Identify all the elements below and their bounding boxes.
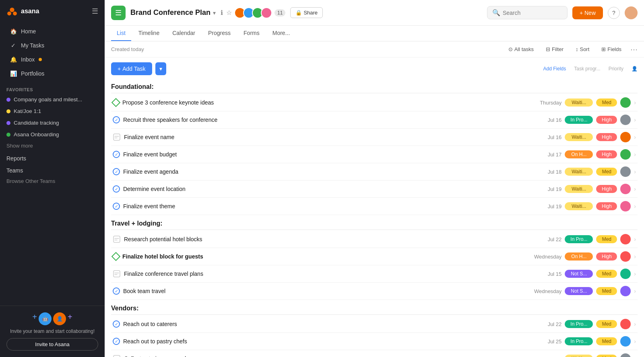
status-badge[interactable]: In Pro... [565,320,593,328]
sidebar-item-inbox[interactable]: 🔔 Inbox [3,53,101,66]
status-badge[interactable]: Not S... [565,287,593,295]
task-expand-icon[interactable]: › [634,355,636,357]
priority-header[interactable]: Priority [609,66,623,72]
sidebar-item-company-goals[interactable]: Company goals and milest... [0,94,105,105]
sidebar-collapse-button[interactable]: ☰ [92,7,98,16]
status-badge[interactable]: Waiti... [565,202,593,210]
status-badge[interactable]: Waiti... [565,185,593,193]
status-badge[interactable]: Not S... [565,270,593,278]
task-expand-icon[interactable]: › [634,186,636,192]
status-badge[interactable]: In Pro... [565,337,593,345]
add-task-dropdown-button[interactable]: ▾ [155,62,166,75]
info-icon[interactable]: ℹ [221,9,223,16]
task-subtask-icon[interactable] [113,133,121,141]
task-expand-icon[interactable]: › [634,99,636,106]
sidebar-item-my-tasks[interactable]: ✓ My Tasks [3,39,101,52]
priority-badge[interactable]: Med [596,270,617,278]
task-expand-icon[interactable]: › [634,236,636,242]
task-expand-icon[interactable]: › [634,253,636,260]
fields-button[interactable]: ⊞ Fields [598,45,625,54]
priority-badge[interactable]: High [596,150,617,158]
user-avatar[interactable] [625,6,638,19]
task-check-icon[interactable] [113,151,120,158]
show-more-button[interactable]: Show more [0,140,105,151]
task-row[interactable]: Book team travelWednesdayNot S...Med› [111,283,638,300]
tab-forms[interactable]: Forms [238,26,265,41]
status-badge[interactable]: In Pro... [565,116,593,124]
more-options-button[interactable]: ⋯ [630,45,638,54]
priority-badge[interactable]: Med [596,235,617,243]
task-row[interactable]: Finalize hotel block for guestsWednesday… [111,248,638,265]
add-fields-button[interactable]: Add Fields [543,66,566,72]
priority-badge[interactable]: High [596,202,617,210]
priority-badge[interactable]: High [596,252,617,261]
priority-badge[interactable]: High [596,116,617,124]
new-button[interactable]: + New [572,6,603,19]
task-expand-icon[interactable]: › [634,168,636,175]
sidebar-browse-other-teams[interactable]: Browse Other Teams [0,176,105,187]
sidebar-item-candidate-tracking[interactable]: Candidate tracking [0,117,105,128]
task-row[interactable]: Reach out to pastry chefsJul 25In Pro...… [111,333,638,350]
sidebar-item-home[interactable]: 🏠 Home [3,25,101,38]
tab-list[interactable]: List [111,26,131,41]
task-check-icon[interactable] [113,168,120,175]
status-badge[interactable]: Waiti... [565,133,593,141]
task-row[interactable]: Finalize event agendaJul 18Waiti...Med› [111,163,638,181]
task-subtask-icon[interactable] [113,236,121,243]
task-check-icon[interactable] [113,203,120,210]
task-row[interactable]: Propose 3 conference keynote ideasThursd… [111,94,638,111]
task-expand-icon[interactable]: › [634,338,636,345]
task-check-icon[interactable] [113,185,120,193]
priority-badge[interactable]: Med [596,337,617,345]
task-row[interactable]: Recruit three speakers for conferenceJul… [111,111,638,129]
task-row[interactable]: Determine event locationJul 19Waiti...Hi… [111,181,638,198]
priority-badge[interactable]: Med [596,320,617,328]
task-expand-icon[interactable]: › [634,203,636,209]
all-tasks-button[interactable]: ⊙ All tasks [505,45,537,54]
status-badge[interactable]: Waiti... [565,355,593,357]
priority-badge[interactable]: Med [596,98,617,107]
tab-more[interactable]: More... [267,26,296,41]
task-expand-icon[interactable]: › [634,321,636,327]
task-row[interactable]: Finalize event nameJul 16Waiti...High› [111,129,638,146]
task-expand-icon[interactable]: › [634,288,636,294]
status-badge[interactable]: In Pro... [565,235,593,243]
task-row[interactable]: Finalize conference travel plansJul 15No… [111,265,638,283]
search-input[interactable] [503,10,555,16]
status-badge[interactable]: Waiti... [565,98,593,107]
sidebar-teams[interactable]: Teams [0,163,105,175]
priority-badge[interactable]: Med [596,355,617,357]
task-row[interactable]: Finalize event themeJul 19Waiti...High› [111,198,638,215]
invite-to-asana-button[interactable]: Invite to Asana [6,338,98,351]
task-diamond-icon[interactable] [111,98,121,107]
priority-badge[interactable]: Med [596,287,617,295]
filter-button[interactable]: ⊟ Filter [543,45,567,54]
task-check-icon[interactable] [113,320,120,328]
sidebar-reports[interactable]: Reports [0,151,105,163]
status-badge[interactable]: Waiti... [565,168,593,176]
task-row[interactable]: Research potential hotel blocksJul 22In … [111,231,638,248]
star-icon[interactable]: ☆ [226,9,232,16]
status-badge[interactable]: On H... [565,150,593,158]
tab-progress[interactable]: Progress [202,26,236,41]
add-task-button[interactable]: + Add Task [111,62,152,75]
task-subtask-icon[interactable] [113,270,121,277]
priority-badge[interactable]: Med [596,168,617,176]
task-row[interactable]: Reach out to caterersJul 22In Pro...Med› [111,316,638,333]
task-check-icon[interactable] [113,116,120,123]
tab-timeline[interactable]: Timeline [133,26,165,41]
sidebar-item-portfolios[interactable]: 📊 Portfolios [3,67,101,80]
task-diamond-icon[interactable] [111,252,121,261]
sidebar-item-asana-onboarding[interactable]: Asana Onboarding [0,129,105,140]
tab-calendar[interactable]: Calendar [167,26,201,41]
task-expand-icon[interactable]: › [634,151,636,158]
sort-button[interactable]: ↕ Sort [572,45,592,54]
task-expand-icon[interactable]: › [634,134,636,140]
task-check-icon[interactable] [113,338,120,345]
sidebar-item-kat-joe[interactable]: Kat/Joe 1:1 [0,106,105,117]
share-button[interactable]: 🔒 Share [290,7,323,18]
status-badge[interactable]: On H... [565,252,593,261]
task-check-icon[interactable] [113,287,120,295]
task-progress-header[interactable]: Task progr... [574,66,600,72]
priority-badge[interactable]: High [596,185,617,193]
